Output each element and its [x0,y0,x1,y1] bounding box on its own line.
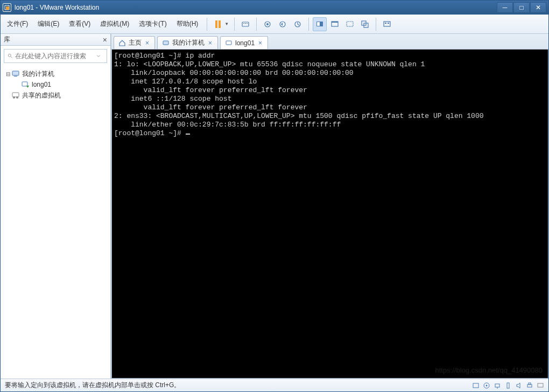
terminal-line: valid_lft forever preferred_lft forever [114,86,307,94]
message-icon[interactable] [537,382,544,389]
manage-snapshot-button[interactable] [291,17,305,31]
tab-label: 主页 [129,38,142,47]
terminal-line: inet 127.0.0.1/8 scope host lo [114,78,257,86]
tab-label: 我的计算机 [172,38,205,47]
tab-close-icon[interactable]: × [257,39,263,47]
sidebar-title: 库 [4,35,103,44]
svg-marker-25 [26,86,29,88]
tree-label: 共享的虚拟机 [22,91,61,100]
search-box[interactable] [4,49,107,63]
library-sidebar: 库 × ⊟ 我的计算机 long01 [1,34,111,379]
tab-close-icon[interactable]: × [207,39,213,47]
send-ctrlaltdel-button[interactable] [238,17,252,31]
svg-rect-19 [388,23,389,24]
terminal-line: 1: lo: <LOOPBACK,UP,LOWER_UP> mtu 65536 … [114,60,425,68]
svg-rect-26 [12,93,19,97]
tab-mycomputer[interactable]: 我的计算机 × [157,36,218,49]
disk-icon[interactable] [472,382,480,389]
search-dropdown-icon[interactable] [96,52,101,60]
tree-collapse-icon[interactable]: ⊟ [5,71,11,77]
toolbar-separator [308,18,309,31]
show-console-button[interactable] [313,17,327,31]
power-dropdown[interactable]: ▼ [224,17,229,31]
svg-rect-11 [317,22,320,26]
toolbar-separator [256,18,257,31]
svg-point-27 [13,96,15,99]
svg-point-7 [266,23,269,25]
svg-rect-3 [243,23,244,24]
terminal-line: [root@long01 ~]# [114,129,186,137]
menu-tabs[interactable]: 选项卡(T) [135,17,171,31]
cycle-button[interactable] [358,17,372,31]
vm-running-icon [21,80,30,89]
revert-snapshot-button[interactable] [276,17,290,31]
svg-rect-13 [332,22,338,23]
terminal-line: 2: ens33: <BROADCAST,MULTICAST,UP,LOWER_… [114,112,484,120]
search-icon [8,52,13,60]
menu-help[interactable]: 帮助(H) [172,17,203,31]
network-icon[interactable] [494,382,501,389]
terminal-line: [root@long01 ~]# ip addr [114,52,215,60]
library-tree: ⊟ 我的计算机 long01 共享的虚拟机 [1,66,110,379]
usb-icon[interactable] [504,382,512,389]
status-tray [472,382,544,389]
fullscreen-button[interactable] [328,17,342,31]
svg-rect-5 [247,23,248,24]
menu-edit[interactable]: 编辑(E) [33,17,64,31]
svg-point-33 [486,384,488,386]
thumbnail-button[interactable] [380,17,394,31]
content-area: 库 × ⊟ 我的计算机 long01 [1,34,548,379]
titlebar[interactable]: long01 - VMware Workstation ─ □ ✕ [1,1,548,15]
terminal-line: valid_lft forever preferred_lft forever [114,103,307,111]
computer-icon [11,69,20,78]
svg-rect-2 [242,22,249,26]
snapshot-button[interactable] [261,17,274,31]
toolbar-separator [376,18,376,31]
svg-rect-34 [495,384,499,387]
svg-rect-37 [527,384,532,387]
svg-rect-22 [12,71,19,75]
menu-file[interactable]: 文件(F) [3,17,32,31]
toolbar-separator [207,18,207,31]
tree-node-mycomputer[interactable]: ⊟ 我的计算机 [4,68,107,79]
svg-rect-14 [347,22,353,26]
svg-rect-36 [507,383,509,388]
svg-point-28 [16,96,18,99]
unity-button[interactable] [343,17,357,31]
vm-icon [225,39,233,47]
search-input[interactable] [15,52,96,60]
cd-icon[interactable] [483,382,490,389]
tab-bar: 主页 × 我的计算机 × long01 × [111,34,548,49]
maximize-button[interactable]: □ [513,2,530,13]
svg-rect-31 [473,383,478,388]
vm-console[interactable]: [root@long01 ~]# ip addr 1: lo: <LOOPBAC… [111,49,548,379]
svg-rect-17 [384,22,390,26]
sidebar-header: 库 × [1,34,110,46]
menu-vm[interactable]: 虚拟机(M) [96,17,133,31]
tab-home[interactable]: 主页 × [114,36,155,49]
status-text: 要将输入定向到该虚拟机，请在虚拟机内部单击或按 Ctrl+G。 [5,381,180,390]
svg-rect-23 [14,76,17,76]
printer-icon[interactable] [526,382,533,389]
sound-icon[interactable] [515,382,523,389]
svg-point-20 [8,54,11,57]
menu-view[interactable]: 查看(V) [65,17,95,31]
window-title: long01 - VMware Workstation [15,4,496,11]
tab-long01[interactable]: long01 × [220,36,268,49]
tree-label: 我的计算机 [22,69,54,79]
svg-rect-38 [529,383,531,384]
minimize-button[interactable]: ─ [497,2,513,13]
tree-node-long01[interactable]: long01 [13,79,107,90]
tree-label: long01 [32,81,51,88]
tab-label: long01 [235,39,255,47]
pause-button[interactable] [211,17,225,31]
tab-close-icon[interactable]: × [144,39,150,47]
svg-rect-39 [538,383,543,387]
shared-vm-icon [11,91,20,100]
terminal-line: link/loopback 00:00:00:00:00:00 brd 00:0… [114,69,354,77]
sidebar-close-button[interactable]: × [103,36,107,44]
tree-node-shared[interactable]: 共享的虚拟机 [4,90,107,101]
close-button[interactable]: ✕ [530,2,546,13]
status-bar: 要将输入定向到该虚拟机，请在虚拟机内部单击或按 Ctrl+G。 [1,379,548,391]
svg-rect-30 [226,41,231,45]
